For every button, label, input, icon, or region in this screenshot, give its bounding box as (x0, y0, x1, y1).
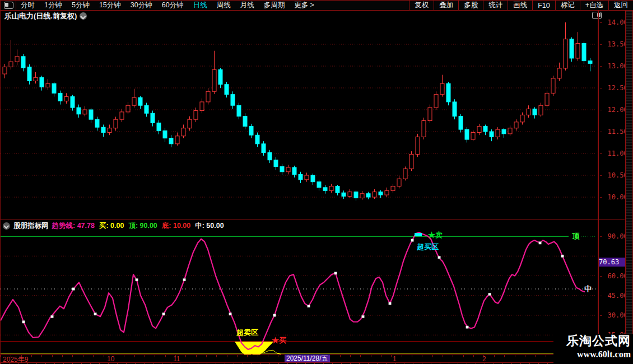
candlestick-chart[interactable] (1, 21, 598, 220)
candle-54[interactable] (336, 185, 339, 195)
tab-1[interactable]: 1分钟 (44, 1, 62, 10)
candle-33[interactable] (206, 88, 210, 105)
candle-88[interactable] (545, 91, 549, 108)
candle-93[interactable] (576, 32, 580, 60)
candle-42[interactable] (262, 141, 266, 156)
candle-45[interactable] (280, 164, 284, 175)
candle-70[interactable] (434, 91, 438, 110)
candle-19[interactable] (120, 109, 124, 122)
candle-40[interactable] (249, 124, 253, 138)
sidebar-toggle-icon[interactable] (4, 2, 13, 9)
candle-57[interactable] (354, 190, 358, 200)
candle-34[interactable] (212, 51, 216, 94)
candle-37[interactable] (231, 91, 235, 109)
candle-44[interactable] (274, 157, 278, 170)
candle-51[interactable] (317, 180, 321, 191)
candle-72[interactable] (446, 82, 450, 105)
candle-50[interactable] (311, 174, 315, 185)
tab-8[interactable]: 月线 (240, 1, 254, 10)
toolbar-button-8[interactable]: 返回 (608, 1, 633, 10)
candle-36[interactable] (225, 82, 229, 97)
candle-58[interactable] (360, 191, 364, 200)
candle-71[interactable] (440, 75, 444, 97)
candle-92[interactable] (570, 38, 574, 62)
candle-28[interactable] (175, 133, 179, 146)
candle-35[interactable] (218, 68, 222, 88)
candle-85[interactable] (527, 105, 530, 118)
candle-64[interactable] (397, 176, 401, 189)
candle-78[interactable] (483, 125, 487, 136)
toolbar-button-4[interactable]: 画线 (508, 1, 532, 10)
candle-39[interactable] (243, 113, 247, 129)
candle-38[interactable] (237, 103, 241, 120)
candle-63[interactable] (391, 184, 395, 193)
candle-4[interactable] (27, 64, 31, 85)
candle-77[interactable] (477, 124, 481, 135)
candle-18[interactable] (114, 116, 118, 130)
candle-43[interactable] (268, 150, 272, 163)
tab-9[interactable]: 多周期 (264, 1, 285, 10)
candle-10[interactable] (64, 93, 68, 104)
tab-4[interactable]: 30分钟 (131, 1, 152, 10)
candle-87[interactable] (539, 103, 543, 117)
candle-20[interactable] (126, 102, 130, 114)
candle-52[interactable] (323, 185, 327, 194)
candle-49[interactable] (305, 172, 309, 181)
candle-5[interactable] (34, 72, 38, 83)
candle-8[interactable] (52, 82, 56, 97)
candle-74[interactable] (459, 114, 463, 133)
candle-13[interactable] (83, 106, 87, 116)
toolbar-button-2[interactable]: 多股 (458, 1, 483, 10)
candle-27[interactable] (169, 135, 173, 147)
candle-23[interactable] (145, 103, 148, 117)
tab-2[interactable]: 5分钟 (72, 1, 90, 10)
candle-94[interactable] (582, 41, 586, 64)
candle-86[interactable] (533, 107, 537, 118)
candle-31[interactable] (194, 108, 198, 122)
candle-14[interactable] (89, 108, 93, 123)
toolbar-button-7[interactable]: +自选 (580, 1, 608, 10)
candle-91[interactable] (564, 22, 567, 71)
candle-24[interactable] (151, 111, 155, 127)
candle-12[interactable] (77, 105, 81, 118)
candle-80[interactable] (496, 127, 500, 139)
candle-60[interactable] (373, 189, 376, 199)
chevron-down-circle-icon[interactable] (80, 12, 87, 20)
candle-25[interactable] (157, 120, 161, 134)
candle-81[interactable] (502, 128, 506, 138)
candle-65[interactable] (403, 166, 407, 180)
tab-0[interactable]: 分时 (21, 1, 35, 10)
candle-84[interactable] (520, 113, 524, 125)
candle-11[interactable] (71, 95, 75, 110)
toolbar-button-5[interactable]: F10 (532, 1, 555, 10)
candle-7[interactable] (46, 79, 50, 90)
candle-95[interactable] (588, 58, 592, 71)
candle-68[interactable] (422, 118, 426, 139)
right-vertical-strip[interactable] (625, 11, 633, 336)
tab-7[interactable]: 周线 (217, 1, 231, 10)
candle-67[interactable] (416, 134, 420, 157)
candle-83[interactable] (514, 119, 518, 130)
tab-10[interactable]: 更多 > (294, 1, 314, 10)
candle-17[interactable] (108, 125, 111, 136)
candle-22[interactable] (138, 96, 142, 109)
candle-46[interactable] (286, 165, 290, 174)
oscillator-chart[interactable]: 超买区超卖区★卖★买顶中 (1, 231, 598, 354)
candle-82[interactable] (508, 125, 512, 136)
candle-75[interactable] (465, 127, 469, 142)
candle-73[interactable] (453, 99, 457, 119)
candle-59[interactable] (366, 192, 370, 199)
candle-47[interactable] (292, 166, 296, 178)
candle-6[interactable] (40, 76, 44, 91)
candle-32[interactable] (200, 99, 204, 114)
tab-3[interactable]: 15分钟 (99, 1, 121, 10)
indicator-collapse-icon[interactable] (3, 222, 10, 230)
candle-21[interactable] (132, 89, 136, 108)
candle-2[interactable] (15, 49, 19, 65)
candle-69[interactable] (428, 105, 432, 123)
candle-48[interactable] (299, 172, 302, 183)
candle-56[interactable] (348, 189, 352, 198)
toolbar-button-0[interactable]: 复权 (409, 1, 434, 10)
candle-53[interactable] (329, 184, 333, 193)
candle-26[interactable] (163, 128, 167, 142)
